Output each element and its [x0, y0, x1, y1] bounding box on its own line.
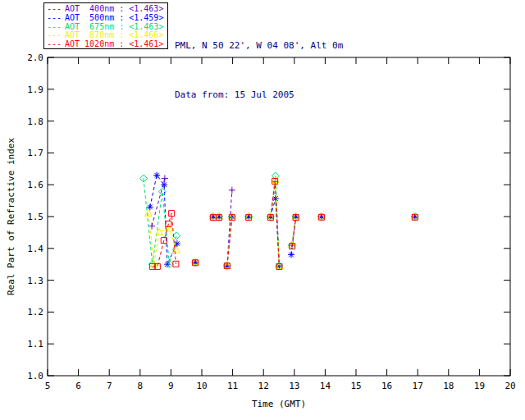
x-tick-label: 14	[320, 381, 331, 391]
x-tick-label: 6	[75, 381, 81, 391]
x-tick-label: 13	[289, 381, 299, 391]
x-tick-label: 20	[504, 381, 515, 391]
refractive-index-figure: ---AOT 400nm : <1.463>---AOT 500nm : <1.…	[0, 0, 525, 420]
legend-label: AOT 1020nm : <1.461>	[65, 39, 163, 48]
legend-label: AOT 675nm : <1.463>	[65, 22, 163, 31]
x-tick-label: 15	[350, 381, 361, 391]
legend-line-sample: ---	[47, 14, 65, 23]
series-line	[271, 181, 280, 266]
station-info: PML, N 50 22', W 04 08', Alt 0m	[175, 38, 343, 54]
x-tick-label: 11	[227, 381, 238, 391]
diamond-marker	[173, 232, 180, 240]
y-tick-label: 1.8	[27, 116, 43, 127]
y-tick-label: 1.2	[27, 307, 43, 317]
y-tick-label: 1.1	[27, 339, 43, 349]
x-tick-label: 5	[45, 381, 51, 391]
y-tick-label: 1.6	[27, 180, 43, 190]
series-aot-400nm	[148, 175, 418, 269]
asterisk-marker	[161, 181, 167, 188]
asterisk-marker	[153, 172, 160, 179]
x-tick-label: 17	[413, 381, 423, 391]
y-tick-label: 1.5	[27, 212, 43, 222]
data-date: Data from: 15 Jul 2005	[175, 87, 343, 103]
x-tick-label: 9	[168, 381, 174, 391]
series-aot-1020nm	[149, 178, 418, 269]
series-aot-500nm	[147, 172, 418, 270]
series-aot-675nm	[139, 172, 418, 270]
series-line	[271, 176, 280, 266]
series-line	[227, 190, 232, 266]
chart-header: PML, N 50 22', W 04 08', Alt 0m Data fro…	[175, 5, 343, 136]
asterisk-marker	[147, 203, 153, 210]
legend-line-sample: ---	[47, 40, 65, 49]
x-tick-label: 18	[443, 381, 454, 391]
y-axis-label: Real Part of Refractive index	[6, 138, 16, 295]
legend-label: AOT 870nm : <1.466>	[65, 30, 163, 39]
data-series	[139, 172, 418, 270]
series-line	[271, 180, 280, 266]
y-tick-label: 1.9	[27, 84, 43, 95]
x-tick-label: 7	[107, 381, 112, 391]
y-tick-label: 1.3	[27, 276, 43, 286]
asterisk-marker	[288, 252, 294, 258]
series-line	[271, 181, 280, 267]
x-tick-label: 8	[137, 381, 143, 391]
x-tick-label: 10	[196, 381, 207, 391]
x-tick-label: 16	[381, 381, 392, 391]
legend-item-aot-1020nm: ---AOT 1020nm : <1.461>	[47, 40, 167, 49]
square-marker	[173, 261, 179, 267]
y-tick-label: 2.0	[27, 52, 43, 63]
y-tick-label: 1.7	[27, 148, 43, 158]
plus-marker	[162, 175, 168, 181]
x-tick-label: 12	[258, 381, 269, 391]
series-aot-870nm	[145, 176, 418, 269]
legend-label: AOT 400nm : <1.463>	[65, 4, 163, 13]
y-tick-label: 1.4	[27, 244, 43, 254]
chart-legend: ---AOT 400nm : <1.463>---AOT 500nm : <1.…	[43, 2, 168, 49]
series-line	[148, 213, 176, 264]
plus-marker	[229, 187, 235, 194]
x-tick-label: 19	[474, 381, 485, 391]
legend-label: AOT 500nm : <1.459>	[65, 13, 163, 22]
x-axis-label: Time (GMT)	[252, 399, 306, 409]
y-tick-label: 1.0	[27, 371, 43, 381]
